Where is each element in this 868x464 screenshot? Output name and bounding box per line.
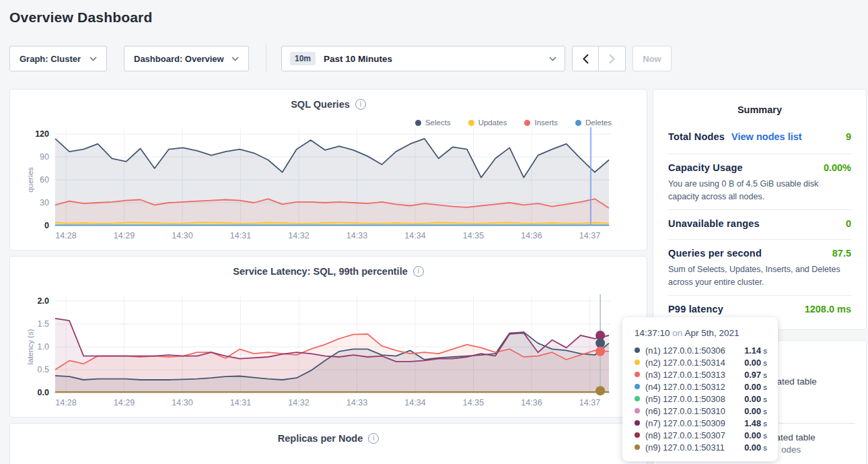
time-range-label: Past 10 Minutes — [324, 54, 392, 64]
svg-text:60: 60 — [40, 175, 49, 185]
svg-text:14:33: 14:33 — [347, 398, 367, 407]
chevron-down-icon — [231, 57, 239, 61]
tooltip-node-row: (n5) 127.0.0.1:503080.00 s — [635, 393, 767, 405]
svg-text:14:28: 14:28 — [55, 398, 76, 407]
tooltip-node-row: (n6) 127.0.0.1:503100.00 s — [635, 405, 767, 417]
svg-text:14:28: 14:28 — [55, 231, 76, 240]
summary-label: Total Nodes — [668, 131, 725, 142]
tooltip-node-value: 0.00 s — [744, 358, 767, 368]
tooltip-node-value: 0.00 s — [744, 382, 767, 392]
overview-dashboard-page: Overview Dashboard Graph: Cluster Dashbo… — [0, 0, 868, 464]
tooltip-node-row: (n8) 127.0.0.1:503070.00 s — [635, 429, 767, 441]
svg-text:14:30: 14:30 — [172, 398, 192, 407]
svg-text:1.5: 1.5 — [38, 319, 49, 329]
graph-scope-dropdown[interactable]: Graph: Cluster — [9, 46, 107, 71]
tooltip-node-label: (n1) 127.0.0.1:50306 — [645, 345, 725, 356]
series-dot — [635, 396, 640, 401]
series-dot — [635, 360, 640, 365]
tooltip-node-row: (n7) 127.0.0.1:503091.48 s — [635, 417, 767, 429]
time-step-button-group — [572, 46, 626, 71]
summary-value: 1208.0 ms — [805, 304, 851, 314]
series-dot — [635, 408, 640, 413]
previous-time-button[interactable] — [572, 46, 599, 71]
tooltip-node-row: (n2) 127.0.0.1:503140.00 s — [635, 356, 767, 368]
summary-label: Queries per second — [668, 248, 762, 259]
tooltip-node-label: (n7) 127.0.0.1:50309 — [645, 418, 725, 428]
tooltip-node-value: 0.00 s — [744, 394, 767, 404]
summary-value: 87.5 — [832, 248, 851, 259]
now-button-label: Now — [643, 54, 661, 64]
summary-subtext: Sum of Selects, Updates, Inserts, and De… — [668, 263, 851, 290]
replicas-per-node-title: Replicas per Nodei — [10, 432, 647, 444]
svg-text:0: 0 — [44, 221, 49, 230]
svg-text:14:31: 14:31 — [230, 398, 251, 407]
summary-value: 0 — [846, 218, 851, 229]
svg-text:14:29: 14:29 — [114, 398, 135, 407]
series-dot — [635, 384, 640, 389]
replicas-per-node-card: Replicas per Nodei — [9, 423, 647, 464]
chart-hover-tooltip: 14:37:10 on Apr 5th, 2021 (n1) 127.0.0.1… — [622, 317, 778, 461]
divider — [668, 154, 851, 154]
info-icon[interactable]: i — [368, 433, 379, 444]
svg-text:14:35: 14:35 — [463, 398, 484, 407]
tooltip-node-label: (n6) 127.0.0.1:50310 — [645, 406, 725, 416]
svg-text:14:29: 14:29 — [114, 231, 135, 240]
summary-value: 0.00% — [824, 162, 851, 173]
page-title: Overview Dashboard — [9, 9, 153, 26]
summary-label: P99 latency — [668, 304, 723, 314]
tooltip-node-label: (n5) 127.0.0.1:50308 — [645, 394, 725, 404]
divider — [668, 295, 851, 296]
svg-text:30: 30 — [40, 198, 49, 207]
time-range-dropdown[interactable]: 10m Past 10 Minutes — [281, 46, 565, 71]
dashboard-dropdown[interactable]: Dashboard: Overview — [124, 46, 249, 71]
tooltip-node-row: (n1) 127.0.0.1:503061.14 s — [635, 344, 767, 356]
summary-row-p99: P99 latency 1208.0 ms — [668, 304, 851, 314]
svg-text:14:37: 14:37 — [579, 231, 600, 240]
tooltip-node-value: 0.00 s — [744, 430, 767, 440]
svg-text:14:36: 14:36 — [521, 231, 542, 240]
tooltip-node-label: (n2) 127.0.0.1:50314 — [645, 358, 725, 368]
tooltip-node-value: 0.00 s — [744, 406, 767, 416]
chevron-down-icon — [549, 57, 556, 61]
summary-value: 9 — [846, 131, 851, 142]
svg-text:14:32: 14:32 — [288, 231, 309, 240]
event-item[interactable]: odes — [781, 444, 801, 455]
svg-text:14:30: 14:30 — [172, 231, 192, 240]
svg-text:0.0: 0.0 — [38, 388, 49, 397]
sql-queries-chart[interactable]: 030609012014:2814:2914:3014:3114:3214:33… — [10, 90, 648, 250]
svg-text:14:34: 14:34 — [404, 231, 425, 240]
tooltip-node-value: 1.14 s — [744, 345, 767, 356]
graph-scope-label: Graph: Cluster — [20, 54, 81, 64]
view-nodes-list-link[interactable]: View nodes list — [731, 131, 802, 142]
service-latency-chart[interactable]: 0.00.51.01.52.014:2814:2914:3014:3114:32… — [10, 257, 648, 417]
summary-label: Capacity Usage — [668, 162, 743, 173]
svg-text:14:32: 14:32 — [288, 398, 309, 407]
svg-text:14:34: 14:34 — [404, 398, 425, 407]
tooltip-node-row: (n3) 127.0.0.1:503130.97 s — [635, 368, 767, 380]
svg-text:120: 120 — [35, 129, 49, 139]
svg-text:queries: queries — [26, 167, 34, 193]
tooltip-node-value: 0.00 s — [744, 442, 767, 453]
svg-text:14:36: 14:36 — [521, 398, 542, 407]
tooltip-timestamp: 14:37:10 on Apr 5th, 2021 — [635, 328, 767, 338]
series-dot — [635, 432, 640, 438]
next-time-button[interactable] — [599, 46, 626, 71]
summary-title: Summary — [653, 90, 866, 115]
chevron-down-icon — [89, 57, 97, 61]
tooltip-node-row: (n9) 127.0.0.1:503110.00 s — [635, 441, 767, 453]
svg-text:14:37: 14:37 — [579, 398, 600, 407]
svg-text:14:31: 14:31 — [230, 231, 251, 240]
tooltip-node-label: (n4) 127.0.0.1:50312 — [645, 382, 725, 392]
tooltip-node-label: (n3) 127.0.0.1:50313 — [645, 370, 725, 380]
series-dot — [635, 444, 640, 450]
svg-text:1.0: 1.0 — [38, 342, 49, 352]
divider — [779, 423, 855, 424]
event-item[interactable]: eated table — [772, 376, 817, 387]
summary-row-capacity: Capacity Usage 0.00% You are using 0 B o… — [668, 162, 851, 204]
summary-row-total-nodes: Total Nodes View nodes list 9 — [668, 131, 851, 142]
series-dot — [635, 372, 640, 377]
summary-panel: Summary Total Nodes View nodes list 9 Ca… — [653, 89, 867, 330]
now-button[interactable]: Now — [632, 46, 672, 71]
summary-row-unavailable-ranges: Unavailable ranges 0 — [668, 218, 851, 229]
summary-subtext: You are using 0 B of 4.5 GiB usable disk… — [668, 178, 851, 204]
